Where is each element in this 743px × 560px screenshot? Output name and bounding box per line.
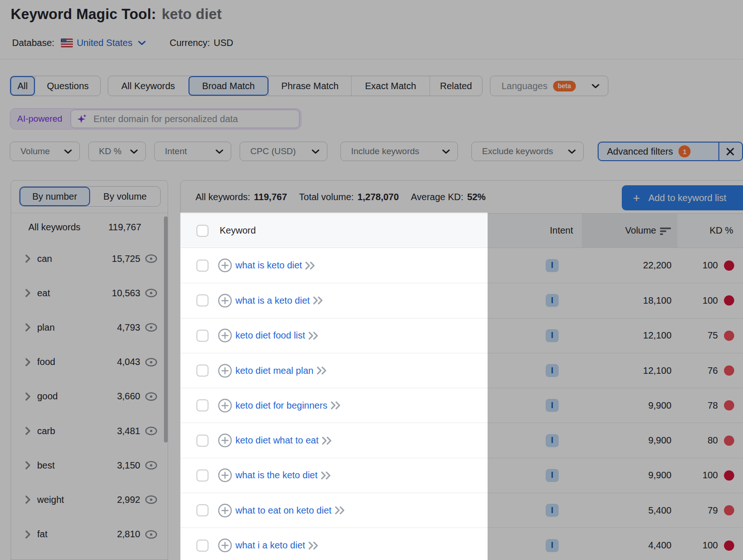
row-checkbox[interactable] — [196, 294, 209, 306]
add-keyword-button[interactable] — [218, 538, 232, 553]
toggle-by-number[interactable]: By number — [20, 187, 90, 206]
column-keyword[interactable]: Keyword — [220, 225, 256, 236]
row-checkbox[interactable] — [196, 399, 209, 411]
chevron-down-icon[interactable] — [138, 40, 146, 46]
add-keyword-button[interactable] — [218, 433, 232, 448]
filter-include-keywords[interactable]: Include keywords — [340, 142, 458, 161]
filter-volume[interactable]: Volume — [10, 142, 80, 161]
filter-cpc-usd[interactable]: CPC (USD) — [240, 142, 327, 161]
all-keywords-row[interactable]: All keywords 119,767 — [11, 213, 168, 241]
table-row[interactable]: keto diet meal planI12,10076 — [181, 353, 743, 388]
toggle-by-volume[interactable]: By volume — [90, 187, 161, 206]
preview-eye-button[interactable] — [145, 288, 157, 298]
open-keyword-button[interactable] — [321, 436, 334, 445]
filter-intent[interactable]: Intent — [154, 142, 231, 161]
add-keyword-button[interactable] — [218, 468, 232, 482]
keyword-link[interactable]: keto diet meal plan — [235, 365, 313, 376]
add-keyword-button[interactable] — [218, 398, 232, 413]
table-row[interactable]: keto diet food listI12,10075 — [181, 318, 743, 353]
preview-eye-button[interactable] — [145, 426, 157, 436]
tab-all[interactable]: All — [10, 76, 35, 96]
preview-eye-button[interactable] — [145, 358, 157, 367]
keyword-link[interactable]: what is a keto diet — [235, 295, 310, 306]
database-value-link[interactable]: United States — [77, 38, 132, 48]
keyword-group-fat[interactable]: fat2,810 — [11, 517, 168, 552]
add-keyword-button[interactable] — [218, 364, 232, 378]
expand-chevron-icon[interactable] — [25, 289, 31, 297]
preview-eye-button[interactable] — [145, 392, 157, 401]
add-keyword-button[interactable] — [218, 503, 232, 518]
table-row[interactable]: keto diet for beginnersI9,90078 — [181, 388, 743, 423]
domain-input-wrap[interactable] — [71, 110, 300, 128]
expand-chevron-icon[interactable] — [25, 323, 31, 332]
expand-chevron-icon[interactable] — [25, 427, 31, 435]
table-row[interactable]: keto diet what to eatI9,90080 — [181, 423, 743, 457]
tab-phrase-match[interactable]: Phrase Match — [268, 76, 351, 96]
preview-eye-button[interactable] — [145, 530, 157, 539]
select-all-checkbox[interactable] — [196, 225, 209, 237]
keyword-link[interactable]: keto diet food list — [235, 330, 305, 341]
keyword-link[interactable]: what to eat on keto diet — [235, 505, 332, 516]
row-checkbox[interactable] — [196, 330, 209, 342]
tab-questions[interactable]: Questions — [35, 76, 100, 96]
table-row[interactable]: what i a keto dietI4,400100 — [181, 527, 743, 560]
row-checkbox[interactable] — [196, 365, 209, 377]
preview-eye-button[interactable] — [145, 461, 157, 470]
preview-eye-button[interactable] — [145, 495, 157, 504]
keyword-link[interactable]: what is keto diet — [235, 260, 302, 271]
tab-broad-match[interactable]: Broad Match — [188, 76, 268, 96]
expand-chevron-icon[interactable] — [25, 254, 31, 263]
keyword-group-can[interactable]: can15,725 — [11, 241, 168, 276]
filter-kd[interactable]: KD % — [88, 142, 146, 161]
keyword-link[interactable]: keto diet what to eat — [235, 435, 319, 446]
expand-chevron-icon[interactable] — [25, 530, 31, 539]
open-keyword-button[interactable] — [320, 471, 333, 480]
tab-exact-match[interactable]: Exact Match — [351, 76, 430, 96]
column-intent[interactable]: Intent — [550, 225, 573, 236]
add-keyword-button[interactable] — [218, 258, 232, 273]
tab-all-keywords[interactable]: All Keywords — [108, 76, 188, 96]
expand-chevron-icon[interactable] — [25, 392, 31, 401]
keyword-group-eat[interactable]: eat10,563 — [11, 276, 168, 310]
row-checkbox[interactable] — [196, 435, 209, 447]
open-keyword-button[interactable] — [308, 331, 320, 340]
open-keyword-button[interactable] — [313, 296, 325, 305]
preview-eye-button[interactable] — [145, 323, 157, 332]
keyword-link[interactable]: what is the keto diet — [235, 470, 318, 481]
clear-filters-button[interactable] — [726, 147, 735, 156]
preview-eye-button[interactable] — [145, 254, 157, 263]
keyword-link[interactable]: keto diet for beginners — [235, 400, 327, 411]
filter-exclude-keywords[interactable]: Exclude keywords — [471, 142, 584, 161]
row-checkbox[interactable] — [196, 260, 209, 272]
keyword-group-best[interactable]: best3,150 — [11, 448, 168, 482]
open-keyword-button[interactable] — [316, 366, 329, 375]
add-to-keyword-list-button[interactable]: + Add to keyword list — [622, 185, 743, 210]
open-keyword-button[interactable] — [330, 401, 343, 410]
keyword-link[interactable]: what i a keto diet — [235, 540, 305, 551]
sidebar-scrollbar[interactable] — [164, 216, 168, 443]
add-keyword-button[interactable] — [218, 328, 232, 343]
open-keyword-button[interactable] — [308, 541, 320, 550]
sort-descending-icon[interactable] — [660, 227, 672, 235]
keyword-group-carb[interactable]: carb3,481 — [11, 414, 168, 448]
row-checkbox[interactable] — [196, 504, 209, 516]
column-volume[interactable]: Volume — [625, 225, 656, 236]
row-checkbox[interactable] — [196, 540, 209, 552]
keyword-group-good[interactable]: good3,660 — [11, 379, 168, 414]
column-kd[interactable]: KD % — [710, 225, 733, 236]
table-row[interactable]: what is a keto dietI18,100100 — [181, 283, 743, 318]
keyword-group-plan[interactable]: plan4,793 — [11, 310, 168, 345]
add-keyword-button[interactable] — [218, 293, 232, 308]
languages-dropdown[interactable]: Languages beta — [490, 76, 608, 96]
tab-related[interactable]: Related — [430, 76, 482, 96]
open-keyword-button[interactable] — [305, 261, 317, 270]
open-keyword-button[interactable] — [334, 506, 347, 515]
advanced-filters-button[interactable]: Advanced filters1 — [598, 142, 743, 161]
row-checkbox[interactable] — [196, 469, 209, 482]
expand-chevron-icon[interactable] — [25, 461, 31, 469]
keyword-group-weight[interactable]: weight2,992 — [11, 482, 168, 517]
table-row[interactable]: what is keto dietI22,200100 — [181, 248, 743, 283]
keyword-group-food[interactable]: food4,043 — [11, 345, 168, 379]
expand-chevron-icon[interactable] — [25, 495, 31, 504]
table-row[interactable]: what to eat on keto dietI5,40079 — [181, 493, 743, 527]
